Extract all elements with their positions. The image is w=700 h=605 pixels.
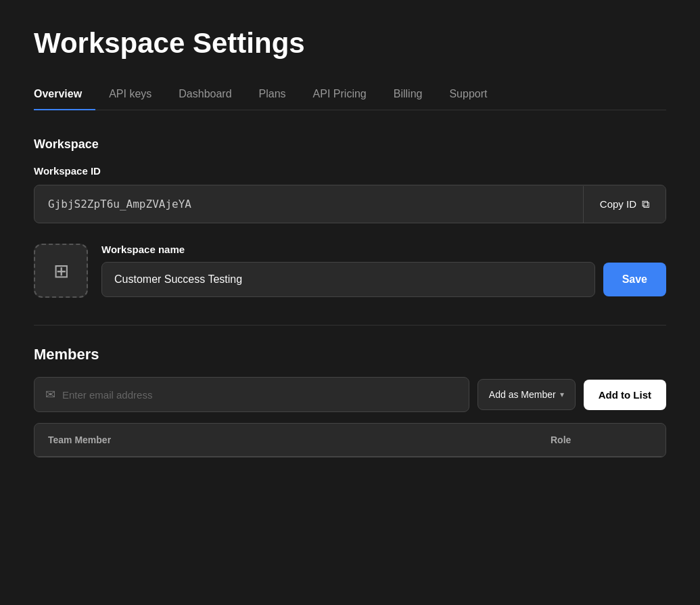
add-as-member-label: Add as Member — [489, 389, 556, 400]
members-table: Team Member Role — [34, 423, 666, 457]
copy-icon: ⧉ — [642, 198, 649, 210]
tab-support[interactable]: Support — [436, 81, 500, 110]
members-section: Members ✉ Add as Member ▾ Add to List Te… — [34, 346, 666, 457]
section-divider — [34, 325, 666, 326]
tabs-nav: Overview API keys Dashboard Plans API Pr… — [34, 81, 666, 110]
tab-overview[interactable]: Overview — [34, 81, 95, 110]
workspace-section: Workspace Workspace ID GjbjS2ZpT6u_AmpZV… — [34, 137, 666, 298]
tab-billing[interactable]: Billing — [380, 81, 436, 110]
copy-id-button[interactable]: Copy ID ⧉ — [583, 186, 666, 223]
members-section-label: Members — [34, 346, 666, 363]
workspace-id-row: GjbjS2ZpT6u_AmpZVAjeYA Copy ID ⧉ — [34, 185, 666, 223]
add-as-member-button[interactable]: Add as Member ▾ — [477, 379, 576, 410]
table-header-role: Role — [551, 434, 652, 445]
members-table-header: Team Member Role — [34, 424, 666, 457]
workspace-name-row: ⊞ Workspace name Save — [34, 244, 666, 298]
workspace-name-label: Workspace name — [101, 244, 666, 255]
tab-plans[interactable]: Plans — [246, 81, 300, 110]
table-header-member: Team Member — [48, 434, 551, 445]
workspace-id-value: GjbjS2ZpT6u_AmpZVAjeYA — [34, 185, 583, 223]
members-input-row: ✉ Add as Member ▾ Add to List — [34, 377, 666, 412]
page-title: Workspace Settings — [34, 27, 666, 60]
tab-api-keys[interactable]: API keys — [95, 81, 165, 110]
workspace-logo: ⊞ — [34, 244, 88, 298]
tab-api-pricing[interactable]: API Pricing — [300, 81, 380, 110]
workspace-logo-icon: ⊞ — [53, 260, 69, 282]
tab-dashboard[interactable]: Dashboard — [165, 81, 245, 110]
add-to-list-button[interactable]: Add to List — [584, 380, 666, 410]
workspace-id-label: Workspace ID — [34, 165, 666, 177]
chevron-down-icon: ▾ — [560, 390, 564, 399]
workspace-name-input[interactable] — [101, 262, 595, 297]
copy-id-label: Copy ID — [600, 198, 636, 210]
email-input-container: ✉ — [34, 377, 469, 412]
workspace-name-container: Workspace name Save — [101, 244, 666, 297]
workspace-name-input-row: Save — [101, 262, 666, 297]
email-input[interactable] — [62, 389, 458, 401]
email-icon: ✉ — [45, 387, 55, 402]
workspace-section-label: Workspace — [34, 137, 666, 152]
save-button[interactable]: Save — [603, 263, 666, 296]
